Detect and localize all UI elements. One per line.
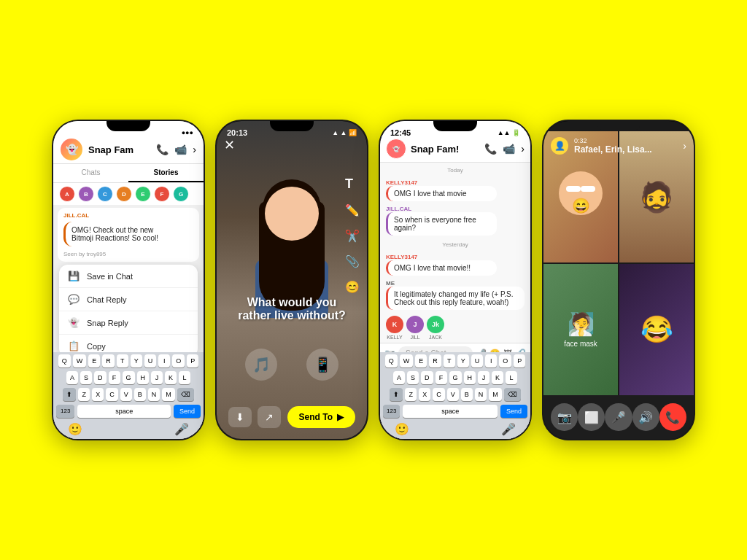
- key-u[interactable]: U: [144, 354, 157, 368]
- key-123[interactable]: 123: [56, 405, 74, 418]
- key-m[interactable]: M: [162, 388, 175, 401]
- k3-z[interactable]: Z: [405, 388, 417, 401]
- key-i[interactable]: I: [158, 354, 170, 368]
- screen-share-button[interactable]: ⬜: [578, 403, 605, 431]
- k3-f[interactable]: F: [436, 371, 447, 384]
- share-button[interactable]: ↗: [258, 406, 281, 428]
- mic-btn-3[interactable]: 🎤: [501, 422, 516, 436]
- k3-g[interactable]: G: [449, 371, 462, 384]
- k3-r[interactable]: R: [429, 354, 441, 368]
- chats-tab[interactable]: Chats: [53, 164, 128, 182]
- video-call-icon[interactable]: 📹: [503, 143, 515, 155]
- reactor-jill[interactable]: J JILL: [406, 316, 424, 340]
- snap-text-overlay: What would you rather live without?: [231, 296, 352, 322]
- pen-tool[interactable]: ✏️: [345, 203, 360, 217]
- more-icon[interactable]: ›: [193, 144, 196, 155]
- phone-call-icon[interactable]: 📞: [484, 143, 497, 155]
- phone-icon[interactable]: 📞: [156, 144, 169, 155]
- k3-n[interactable]: N: [475, 388, 487, 401]
- key-x[interactable]: X: [92, 388, 104, 401]
- k3-del[interactable]: ⌫: [504, 388, 521, 401]
- key-j[interactable]: J: [151, 371, 163, 384]
- reactor-kelly[interactable]: K KELLY: [386, 316, 403, 340]
- k3-q[interactable]: Q: [385, 354, 398, 368]
- k3-p[interactable]: P: [514, 354, 525, 368]
- key-shift[interactable]: ⬆: [63, 388, 76, 401]
- mic-icon[interactable]: 🎤: [174, 422, 189, 436]
- download-button[interactable]: ⬇: [228, 407, 252, 427]
- chevron-right-icon[interactable]: ›: [521, 143, 525, 155]
- k3-c[interactable]: C: [433, 388, 445, 401]
- key-p[interactable]: P: [187, 354, 198, 368]
- header-icons-1[interactable]: 📞 📹 ›: [156, 144, 196, 155]
- context-save[interactable]: 💾 Save in Chat: [59, 265, 198, 288]
- k3-x[interactable]: X: [419, 388, 430, 401]
- key-l[interactable]: L: [179, 371, 190, 384]
- k3-w[interactable]: W: [400, 354, 414, 368]
- k3-h[interactable]: H: [464, 371, 476, 384]
- key-z[interactable]: Z: [78, 388, 90, 401]
- reactor-jack[interactable]: Jk JACK: [427, 316, 444, 340]
- emoji-icon[interactable]: 🙂: [68, 422, 82, 436]
- key-a[interactable]: A: [66, 371, 78, 384]
- music-icon[interactable]: 🎵: [245, 349, 277, 381]
- key-k[interactable]: K: [165, 371, 177, 384]
- key-r[interactable]: R: [102, 354, 115, 368]
- key-d[interactable]: D: [94, 371, 107, 384]
- k3-j[interactable]: J: [478, 371, 489, 384]
- key-o[interactable]: O: [172, 354, 185, 368]
- context-chat-reply[interactable]: 💬 Chat Reply: [59, 288, 198, 311]
- key-e[interactable]: E: [88, 354, 100, 368]
- k3-v[interactable]: V: [447, 388, 459, 401]
- end-call-button[interactable]: 📞: [659, 403, 686, 431]
- k3-i[interactable]: I: [485, 354, 497, 368]
- k3-e[interactable]: E: [415, 354, 427, 368]
- key-f[interactable]: F: [109, 371, 120, 384]
- key-v[interactable]: V: [120, 388, 132, 401]
- emoji-btn-3[interactable]: 🙂: [395, 422, 409, 436]
- stories-tab[interactable]: Stories: [128, 164, 204, 182]
- key-b[interactable]: B: [134, 388, 146, 401]
- attachment-tool[interactable]: 📎: [345, 254, 360, 268]
- send-to-button[interactable]: Send To ▶: [287, 406, 355, 428]
- k3-m[interactable]: M: [489, 388, 502, 401]
- emoji-tool[interactable]: 😊: [345, 280, 360, 294]
- k3-123[interactable]: 123: [383, 405, 400, 418]
- text-tool[interactable]: T: [345, 176, 360, 192]
- close-button[interactable]: ✕: [224, 137, 235, 153]
- key-h[interactable]: H: [137, 371, 150, 384]
- k3-o[interactable]: O: [499, 354, 511, 368]
- k3-y[interactable]: Y: [457, 354, 469, 368]
- k3-b[interactable]: B: [461, 388, 473, 401]
- key-send[interactable]: Send: [174, 405, 201, 418]
- speaker-button[interactable]: 🔊: [632, 403, 659, 431]
- scissors-tool[interactable]: ✂️: [345, 229, 360, 243]
- k3-k[interactable]: K: [492, 371, 503, 384]
- k3-a[interactable]: A: [393, 371, 405, 384]
- key-q[interactable]: Q: [58, 354, 71, 368]
- k3-send[interactable]: Send: [500, 405, 527, 418]
- context-snap-reply[interactable]: 👻 Snap Reply: [59, 311, 198, 335]
- k3-s[interactable]: S: [407, 371, 419, 384]
- key-n[interactable]: N: [148, 388, 160, 401]
- key-space[interactable]: space: [77, 405, 171, 418]
- k3-d[interactable]: D: [421, 371, 433, 384]
- k3-shift[interactable]: ⬆: [390, 388, 403, 401]
- key-t[interactable]: T: [117, 354, 128, 368]
- toggle-camera-button[interactable]: 📷: [551, 403, 578, 431]
- key-w[interactable]: W: [73, 354, 87, 368]
- phone-icon-snap[interactable]: 📱: [306, 349, 338, 381]
- header-icons-3[interactable]: 📞 📹 ›: [484, 143, 525, 155]
- key-g[interactable]: G: [123, 371, 135, 384]
- k3-u[interactable]: U: [471, 354, 484, 368]
- call-more-icon[interactable]: ›: [683, 140, 686, 152]
- k3-l[interactable]: L: [506, 371, 517, 384]
- mute-button[interactable]: 🎤: [605, 403, 632, 431]
- k3-t[interactable]: T: [444, 354, 455, 368]
- key-delete[interactable]: ⌫: [177, 388, 194, 401]
- key-y[interactable]: Y: [131, 354, 142, 368]
- video-icon[interactable]: 📹: [174, 144, 187, 155]
- key-s[interactable]: S: [80, 371, 92, 384]
- key-c[interactable]: C: [106, 388, 118, 401]
- k3-space[interactable]: space: [403, 405, 498, 418]
